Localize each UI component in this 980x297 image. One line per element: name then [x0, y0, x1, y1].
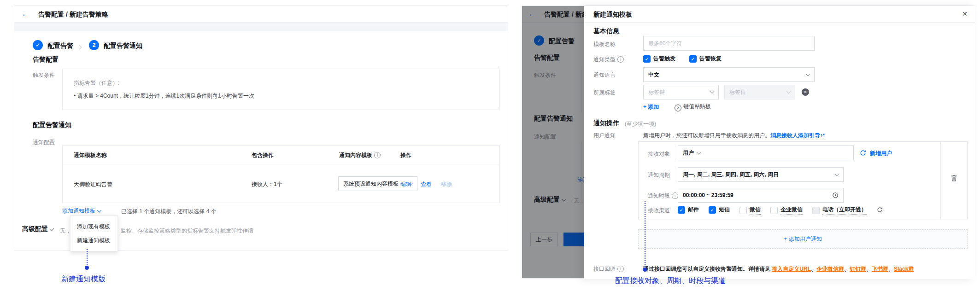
info-icon[interactable]: i — [374, 152, 381, 158]
step-separator-icon — [78, 44, 81, 50]
receiver-type-select[interactable]: 用户 — [678, 146, 705, 160]
callback-link-slack-group[interactable]: Slack群 — [894, 266, 914, 272]
add-user-link[interactable]: 新增用户 — [870, 150, 892, 157]
channel-label: 接收渠道 — [648, 207, 670, 215]
table-header-row: 通知模板名称 包含操作 通知内容模板i 操作 — [63, 146, 499, 164]
step1-label: 配置告警 — [47, 42, 73, 50]
advanced-config-label[interactable]: 高级配置 — [22, 225, 53, 233]
trash-icon[interactable] — [950, 174, 958, 182]
edit-link[interactable]: 编辑 — [400, 181, 411, 188]
tag-key-select[interactable]: 标签键 — [643, 85, 719, 99]
left-annotation-text: 新建通知模版 — [61, 274, 106, 284]
clock-icon — [832, 192, 839, 198]
checkbox-phone[interactable]: 电话（立即开通） — [812, 206, 867, 215]
chevron-down-icon — [97, 208, 102, 213]
info-icon[interactable]: i — [672, 192, 678, 199]
checkbox-check-icon: ✓ — [643, 55, 651, 63]
info-icon[interactable]: i — [617, 56, 624, 63]
section-notify-config: 配置告警通知 — [33, 121, 71, 129]
page-title: 告警配置 / 新建告警策略 — [38, 11, 108, 19]
divider-band — [14, 23, 508, 31]
remove-tag-icon[interactable]: ✕ — [802, 88, 809, 96]
menu-item-new-template[interactable]: 新建通知模板 — [70, 233, 117, 247]
bullet-icon: • — [74, 93, 76, 99]
refresh-icon[interactable] — [877, 206, 883, 213]
receiver-guide-link[interactable]: 消息接收人添加引导 — [770, 132, 820, 139]
advanced-text-after: 监控、存储监控策略类型的指标告警支持触发弹性伸缩 — [121, 227, 253, 235]
info-icon[interactable]: i — [617, 266, 624, 272]
checkbox-check-icon: ✓ — [689, 55, 697, 63]
notify-lang-label: 通知语言 — [593, 71, 616, 79]
trigger-condition-label: 触发条件 — [33, 71, 55, 79]
time-range-label: 通知时段i — [648, 192, 678, 200]
left-header: ← 告警配置 / 新建告警策略 — [14, 6, 508, 23]
checkbox-check-icon: ✓ — [709, 206, 716, 214]
step1-check-icon: ✓ — [33, 40, 43, 50]
close-icon[interactable]: ✕ — [962, 10, 968, 17]
left-annotation-dot — [85, 266, 89, 270]
section-notify-operation: 通知操作 — [593, 119, 619, 128]
callback-link-feishu-group[interactable]: 飞书群 — [872, 266, 888, 272]
time-range-input[interactable]: 00:00:00 ~ 23:59:59 — [678, 188, 844, 203]
user-notify-card: 接收对象 用户 新增用户 通知周期 周一, 周二, 周三, 周四, 周五, 周六… — [638, 141, 968, 220]
back-arrow-icon[interactable]: ← — [22, 10, 29, 17]
checkbox-alarm-recover[interactable]: ✓ 告警恢复 — [689, 55, 722, 63]
col-contains: 包含操作 — [252, 151, 274, 159]
cycle-label: 通知周期 — [648, 171, 670, 179]
cell-contains: 接收人：1个 — [252, 181, 282, 188]
step2-badge: 2 — [89, 40, 99, 50]
drawer-title: 新建通知模板 — [593, 11, 632, 19]
chevron-down-icon — [710, 89, 714, 95]
callback-link-wecom-group[interactable]: 企业微信群 — [816, 266, 844, 272]
page: ← 告警配置 / 新建告警策略 ✓ 配置告警 2 配置告警通知 告警配置 触发条… — [0, 0, 980, 297]
checkbox-wechat[interactable]: 微信 — [739, 206, 761, 215]
notify-type-label: 通知类型i — [593, 56, 624, 64]
add-notify-template-link[interactable]: 添加通知模板 — [62, 207, 101, 215]
chevron-down-icon — [697, 150, 700, 156]
user-notify-intro: 新增用户时，您还可以新增只用于接收消息的用户。消息接收人添加引导 — [643, 132, 825, 140]
external-link-icon — [820, 133, 825, 138]
modal-mask — [522, 6, 584, 278]
notify-template-table: 通知模板名称 包含操作 通知内容模板i 操作 天御验证码告警 接收人：1个 系统… — [62, 145, 500, 203]
card-divider — [940, 142, 941, 220]
template-name-input[interactable]: 最多60个字符 — [643, 36, 815, 51]
notify-lang-select[interactable]: 中文 — [643, 67, 815, 82]
checkbox-icon-disabled — [812, 207, 820, 214]
callback-label: 接口回调i — [593, 265, 624, 273]
notify-operation-hint: (至少填一项) — [625, 120, 656, 128]
callback-link-custom-url[interactable]: 接入自定义URL — [772, 266, 811, 272]
advanced-text-before: 无， — [60, 227, 71, 235]
checkbox-check-icon: ✓ — [678, 206, 685, 214]
cycle-select[interactable]: 周一, 周二, 周三, 周四, 周五, 周六, 周日 — [678, 167, 844, 182]
col-actions: 操作 — [400, 151, 411, 159]
checkbox-sms[interactable]: ✓ 短信 — [709, 206, 730, 214]
remove-link-disabled[interactable]: 移除 — [441, 181, 452, 188]
add-template-menu: 添加现有模板 新建通知模板 — [70, 215, 118, 251]
tag-value-select-disabled[interactable]: 标签值 — [724, 85, 795, 99]
checkbox-wecom[interactable]: 企业微信 — [770, 206, 803, 215]
template-name-label: 模板名称 — [593, 41, 616, 48]
menu-item-add-existing[interactable]: 添加现有模板 — [70, 220, 117, 233]
tag-label: 所属标签 — [593, 89, 616, 97]
checkbox-alarm-trigger[interactable]: ✓ 告警触发 — [643, 55, 675, 63]
backdrop-strip: ← 告警配置 / 新建 ✓ 配置告警 告警配置 触发条件 配置告警通知 通知配置… — [522, 6, 584, 278]
right-annotation-line — [645, 201, 646, 268]
kv-clipboard-link[interactable]: ›键值粘贴板 — [675, 103, 711, 111]
add-user-notify-button[interactable]: + 添加用户通知 — [638, 229, 968, 249]
chevron-down-icon — [806, 71, 810, 78]
left-screenshot: ← 告警配置 / 新建告警策略 ✓ 配置告警 2 配置告警通知 告警配置 触发条… — [14, 6, 508, 250]
checkbox-icon — [739, 207, 747, 214]
trigger-rule: 请求量 > 4Count，统计粒度1分钟，连续1次满足条件则每1小时告警一次 — [77, 93, 254, 99]
user-notify-label: 用户通知 — [593, 132, 616, 140]
chevron-down-icon — [835, 171, 839, 178]
view-link[interactable]: 查看 — [421, 181, 432, 188]
callback-link-dingtalk-group[interactable]: 钉钉群 — [850, 266, 866, 272]
cell-template-name: 天御验证码告警 — [74, 181, 112, 188]
checkbox-email[interactable]: ✓ 邮件 — [678, 206, 699, 214]
refresh-icon[interactable] — [860, 149, 866, 156]
selected-hint: 已选择 1 个通知模板，还可以选择 4 个 — [121, 208, 217, 215]
drawer-header: 新建通知模板 ✕ — [584, 6, 975, 23]
receiver-input[interactable] — [705, 146, 854, 160]
add-tag-link[interactable]: + 添加 — [643, 103, 659, 111]
receiver-label: 接收对象 — [648, 150, 670, 158]
